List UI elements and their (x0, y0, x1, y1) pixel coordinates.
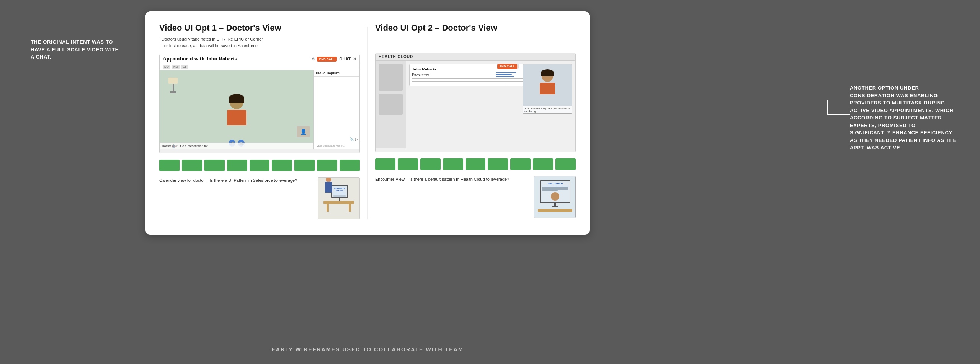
wf2-end-call-btn[interactable]: END CALL (497, 64, 517, 69)
calendar-section: Calendar view for doctor – Is there a UI… (159, 177, 360, 223)
wf1-caption-text: Doctor 🤖 I'll file a prescription for (162, 144, 208, 148)
wf1-close-icon[interactable]: ✕ (353, 57, 356, 62)
bottom-label: EARLY WIREFRAMES USED TO COLLABORATE WIT… (145, 346, 590, 353)
enc-monitor: TIDY TURNER (540, 180, 570, 203)
wf2-vid-head (542, 70, 553, 82)
enc-desk-surface (538, 209, 572, 212)
wf1-chat-label: CHAT (339, 57, 351, 61)
wf2-info-lines (496, 72, 519, 78)
wf2-vid-body (540, 83, 555, 94)
wf2-caption-text: John Roberts · My back pain started 6 we… (524, 107, 570, 113)
calendar-question-text: Calendar view for doctor – Is there a UI… (159, 177, 314, 184)
left-annotation-text: THE ORIGINAL INTENT WAS TO HAVE A FULL S… (31, 38, 122, 61)
wireframe-opt1: Appointment with John Roberts ⚙ END CALL… (159, 54, 360, 153)
col1-bullet2: · For first release, all data will be sa… (159, 42, 360, 49)
calendar-sketch-image: Calendar of Patients (318, 177, 360, 219)
enc-screen-photo (551, 192, 559, 201)
green-block-2 (182, 160, 202, 171)
wf1-person-head (230, 95, 243, 109)
wf1-settings-icon: ⚙ (311, 57, 315, 61)
wf1-lamp-stand (173, 84, 174, 91)
wf2-video-person (523, 64, 572, 94)
wf1-chat-messages (314, 77, 359, 137)
wf1-chat-panel: Cloud Capture 📎 ▷ Type Message Here... (314, 70, 359, 149)
col1-subtitle: · Doctors usually take notes in EHR like… (159, 36, 360, 49)
col2-green-block-6 (488, 158, 508, 170)
col2-green-block-7 (510, 158, 531, 170)
green-block-8 (317, 160, 337, 171)
col2-green-blocks (375, 158, 576, 170)
col2-green-block-8 (533, 158, 553, 170)
card-columns: Video UI Opt 1 – Doctor's View · Doctors… (159, 23, 576, 223)
wf2-vid-hair (541, 69, 554, 76)
wf1-person-body (227, 110, 246, 125)
wf1-chat-icons: 📎 ▷ (314, 137, 359, 142)
sketch-screen-title: Calendar of Patients (333, 187, 346, 192)
wf2-patient-block-2 (379, 94, 403, 115)
wf1-chat-input[interactable]: Type Message Here... (314, 142, 359, 149)
sketch-desk: Calendar of Patients (323, 185, 354, 212)
green-block-9 (340, 160, 360, 171)
sketch-desk-leg-right (349, 204, 351, 212)
wf1-send-icon: ▷ (355, 137, 358, 141)
wf1-et-btn[interactable]: ET (181, 65, 188, 69)
right-annotation-text: ANOTHER OPTION UNDER CONSIDERATION WAS E… (850, 84, 957, 152)
col1-green-blocks (159, 160, 360, 171)
col2-green-block-1 (375, 158, 395, 170)
right-annotation: ANOTHER OPTION UNDER CONSIDERATION WAS E… (850, 84, 957, 152)
encounter-question-text: Encounter View – Is there a default patt… (375, 176, 530, 183)
wf1-toolbar: DO NO ET (160, 64, 359, 70)
connector-line-right (827, 100, 850, 115)
wf1-caption-bar: Doctor 🤖 I'll file a prescription for (160, 143, 313, 149)
wf2-video-area: John Roberts · My back pain started 6 we… (523, 64, 572, 114)
green-block-3 (204, 160, 225, 171)
wf1-attach-icon: 📎 (350, 137, 354, 141)
wf2-main-content: John Roberts Encounters 00:47 (406, 61, 575, 148)
wf2-left-panel (376, 61, 406, 148)
col2-green-block-5 (466, 158, 486, 170)
left-annotation: THE ORIGINAL INTENT WAS TO HAVE A FULL S… (31, 38, 122, 67)
connector-line-left (122, 61, 146, 80)
card-col-2: Video UI Opt 2 – Doctor's View HEALTH CL… (375, 23, 576, 223)
sketch-desk-leg-left (327, 204, 329, 212)
green-block-1 (159, 160, 180, 171)
wf1-video-person (221, 95, 252, 141)
col2-green-block-9 (555, 158, 576, 170)
wf2-patient-block-1 (379, 64, 403, 91)
wf1-lamp-base (170, 91, 176, 93)
wf2-caption-bar: John Roberts · My back pain started 6 we… (523, 106, 572, 113)
col1-title: Video UI Opt 1 – Doctor's View (159, 23, 360, 33)
green-block-4 (227, 160, 247, 171)
page-container: THE ORIGINAL INTENT WAS TO HAVE A FULL S… (0, 0, 980, 364)
wireframe-opt2: HEALTH CLOUD John Roberts (375, 53, 576, 152)
enc-screen-lines (542, 186, 568, 191)
wf1-lamp (167, 78, 179, 97)
wf1-video-area: 👤 🎤 📷 Doctor 🤖 I'll file a prescription … (160, 70, 314, 149)
sketch-monitor-stand (339, 198, 340, 201)
wf2-body: John Roberts Encounters 00:47 (376, 61, 575, 148)
col1-bullet1: · Doctors usually take notes in EHR like… (159, 36, 360, 42)
wf2-header: HEALTH CLOUD (376, 53, 575, 61)
wf1-header: Appointment with John Roberts ⚙ END CALL… (160, 54, 359, 64)
column-divider (368, 27, 368, 219)
wf1-not-btn[interactable]: NO (172, 65, 180, 69)
main-card: Video UI Opt 1 – Doctor's View · Doctors… (145, 11, 590, 235)
col2-title: Video UI Opt 2 – Doctor's View (375, 23, 576, 33)
wf2-health-cloud-label: HEALTH CLOUD (379, 55, 413, 59)
wf1-appointment-title: Appointment with John Roberts (163, 56, 237, 62)
wf1-thumbnail: 👤 (297, 126, 310, 137)
green-block-5 (250, 160, 270, 171)
col2-subtitle-spacer (375, 36, 576, 47)
wf1-thumb-person: 👤 (297, 126, 310, 137)
wf1-do-btn[interactable]: DO (163, 65, 170, 69)
encounter-sketch-image: TIDY TURNER (534, 176, 576, 218)
col2-green-block-2 (398, 158, 418, 170)
sketch-person-body (325, 182, 332, 193)
wf1-body: 👤 🎤 📷 Doctor 🤖 I'll file a prescription … (160, 70, 359, 149)
col2-green-block-4 (443, 158, 463, 170)
encounter-section: Encounter View – Is there a default patt… (375, 176, 576, 222)
green-block-6 (272, 160, 292, 171)
wf1-chat-panel-header: Cloud Capture (314, 70, 359, 77)
enc-monitor-base (552, 206, 558, 207)
wf1-end-call-btn[interactable]: END CALL (317, 57, 337, 62)
